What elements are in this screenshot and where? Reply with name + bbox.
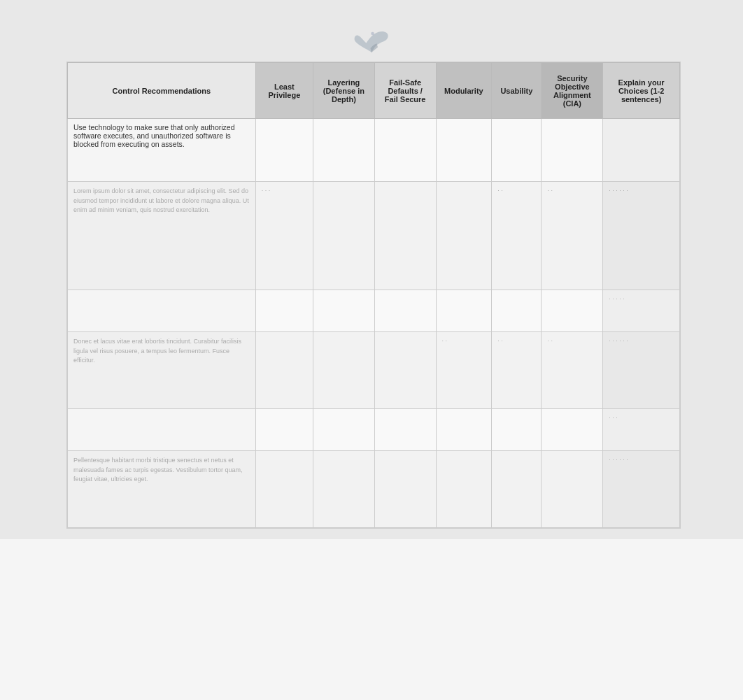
table-wrapper: Control Recommendations Least Privilege … [66,62,681,529]
cell-recommendation-2: Lorem ipsum dolor sit amet, consectetur … [68,182,256,290]
table-row: Donec et lacus vitae erat lobortis tinci… [68,332,680,409]
blurred-content-explain-4: · · · · · · [609,337,628,344]
col-header-modularity: Modularity [436,63,492,119]
cell-layering-1[interactable] [313,119,375,182]
blurred-content-security-2: · · [547,187,553,194]
table-row: Pellentesque habitant morbi tristique se… [68,451,680,528]
cell-recommendation-3 [68,290,256,332]
blurred-content-lp-2: · · · [262,187,271,194]
col-header-recommendations: Control Recommendations [68,63,256,119]
col-header-layering: Layering (Defense in Depth) [313,63,375,119]
blurred-content-explain-6: · · · · · · [609,456,628,463]
bottom-area [0,539,743,700]
cell-modularity-5[interactable] [436,409,492,451]
logo-area [337,21,406,63]
cell-layering-3[interactable] [313,290,375,332]
cell-layering-2[interactable] [313,182,375,290]
blurred-content-explain-5: · · · [609,414,618,421]
col-header-security: Security Objective Alignment (CIA) [542,63,603,119]
cell-lp-4[interactable] [255,332,313,409]
table-row: Lorem ipsum dolor sit amet, consectetur … [68,182,680,290]
cell-usability-6[interactable] [492,451,542,528]
cell-usability-2[interactable]: · · [492,182,542,290]
main-table: Control Recommendations Least Privilege … [67,62,680,528]
cell-modularity-4[interactable]: · · [436,332,492,409]
cell-security-1[interactable] [542,119,603,182]
blurred-content-usability-4: · · [497,337,503,344]
cell-explain-5[interactable]: · · · [603,409,680,451]
cell-security-5[interactable] [542,409,603,451]
cell-recommendation-1: Use technology to make sure that only au… [68,119,256,182]
cell-modularity-2[interactable] [436,182,492,290]
cell-recommendation-6: Pellentesque habitant morbi tristique se… [68,451,256,528]
cell-security-3[interactable] [542,290,603,332]
cell-layering-4[interactable] [313,332,375,409]
page-container: Control Recommendations Least Privilege … [0,0,743,700]
cell-security-2[interactable]: · · [542,182,603,290]
cell-modularity-6[interactable] [436,451,492,528]
cell-usability-4[interactable]: · · [492,332,542,409]
cell-explain-1[interactable] [603,119,680,182]
cell-security-4[interactable]: · · [542,332,603,409]
cell-explain-6[interactable]: · · · · · · [603,451,680,528]
blurred-text-2: Lorem ipsum dolor sit amet, consectetur … [73,187,249,213]
cell-failsafe-2[interactable] [374,182,436,290]
cell-explain-3[interactable]: · · · · · [603,290,680,332]
bird-icon [351,24,392,59]
cell-lp-5[interactable] [255,409,313,451]
col-header-least-privilege: Least Privilege [255,63,313,119]
cell-modularity-3[interactable] [436,290,492,332]
cell-layering-6[interactable] [313,451,375,528]
cell-failsafe-6[interactable] [374,451,436,528]
svg-point-0 [371,32,374,36]
table-row: Use technology to make sure that only au… [68,119,680,182]
cell-failsafe-3[interactable] [374,290,436,332]
cell-explain-2[interactable]: · · · · · · [603,182,680,290]
cell-modularity-1[interactable] [436,119,492,182]
cell-lp-2[interactable]: · · · [255,182,313,290]
cell-lp-3[interactable] [255,290,313,332]
cell-failsafe-1[interactable] [374,119,436,182]
blurred-text-6: Pellentesque habitant morbi tristique se… [73,457,243,483]
blurred-text-4: Donec et lacus vitae erat lobortis tinci… [73,338,241,364]
cell-lp-1[interactable] [255,119,313,182]
cell-recommendation-5 [68,409,256,451]
col-header-explain: Explain your Choices (1-2 sentences) [603,63,680,119]
cell-recommendation-4: Donec et lacus vitae erat lobortis tinci… [68,332,256,409]
blurred-content-security-4: · · [547,337,553,344]
cell-usability-5[interactable] [492,409,542,451]
cell-usability-1[interactable] [492,119,542,182]
cell-security-6[interactable] [542,451,603,528]
blurred-content-explain-3: · · · · · [609,295,625,302]
blurred-content-usability-2: · · [497,187,503,194]
header-row: Control Recommendations Least Privilege … [68,63,680,119]
col-header-usability: Usability [492,63,542,119]
cell-failsafe-5[interactable] [374,409,436,451]
cell-usability-3[interactable] [492,290,542,332]
table-row: · · · · · [68,290,680,332]
cell-layering-5[interactable] [313,409,375,451]
cell-lp-6[interactable] [255,451,313,528]
cell-failsafe-4[interactable] [374,332,436,409]
col-header-failsafe: Fail-Safe Defaults / Fail Secure [374,63,436,119]
blurred-content-explain-2: · · · · · · [609,187,628,194]
blurred-content-modularity-4: · · [442,337,448,344]
cell-explain-4[interactable]: · · · · · · [603,332,680,409]
table-row: · · · [68,409,680,451]
